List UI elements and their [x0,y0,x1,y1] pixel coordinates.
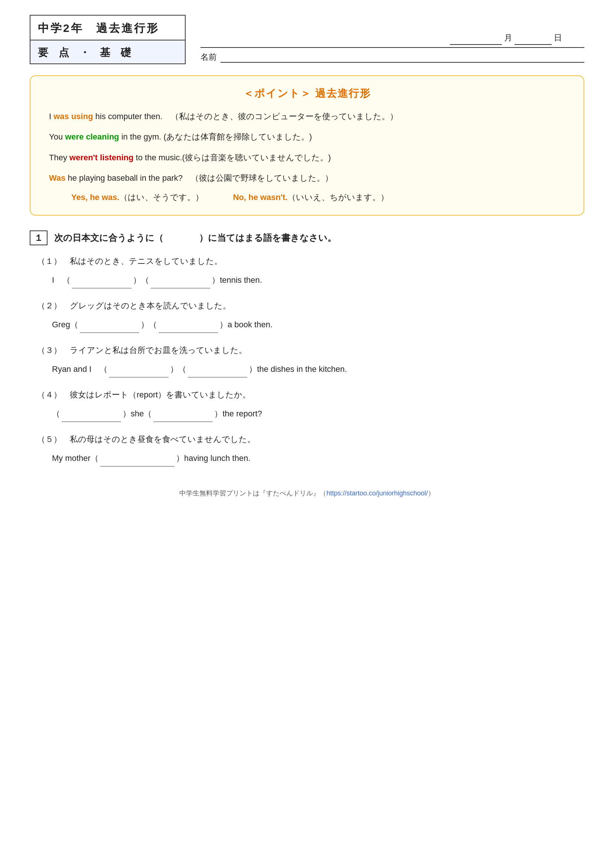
header-subtitle: 要 点 ・ 基 礎 [31,40,185,64]
ans2-paren: （いいえ、ちがいます。） [288,192,389,202]
q3-number: （３） [37,346,62,355]
ans2-text: No, he wasn't. [233,192,288,202]
exercise-instruction: 次の日本文に合うように（ ）に当てはまる語を書きなさい。 [54,232,336,244]
date-row: 月 日 [200,32,584,47]
month-label: 月 [504,32,512,45]
header-title: 中学2年 過去進行形 [31,16,185,40]
point-prefix: ＜ポイント＞ [243,88,312,99]
footer-text: 中学生無料学習プリントは『すたぺんドリル』（ [179,490,326,497]
answer-1: Yes, he was.（はい、そうです。） [71,192,203,203]
q2-english: Greg（）（）a book then. [30,316,584,333]
header: 中学2年 過去進行形 要 点 ・ 基 礎 月 日 名前 [30,15,584,64]
q1-number: （１） [37,256,62,266]
name-line [220,53,584,63]
question-block-5: （５） 私の母はそのとき昼食を食べていませんでした。 My mother（）ha… [30,434,584,467]
ex4-after: he playing baseball in the park? （彼は公園で野… [65,173,333,183]
q2-number: （２） [37,301,62,310]
ex3-after: to the music.(彼らは音楽を聴いていませんでした。) [133,153,331,162]
q5-number: （５） [37,434,62,444]
point-title: ＜ポイント＞ 過去進行形 [49,87,565,101]
example-2: You were cleaning in the gym. (あなたは体育館を掃… [49,130,565,144]
point-section-title: 過去進行形 [315,88,371,99]
day-line [515,34,552,45]
ex2-before: You [49,132,65,141]
q3-blank1[interactable] [109,368,169,377]
example-3: They weren't listening to the music.(彼らは… [49,151,565,164]
name-label: 名前 [200,51,217,63]
q3-english: Ryan and I （）（）the dishes in the kitchen… [30,361,584,377]
q4-english: （）she（）the report? [30,406,584,422]
header-right: 月 日 名前 [186,15,584,64]
ex3-highlight: weren't listening [70,153,133,162]
exercise-section: １ 次の日本文に合うように（ ）に当てはまる語を書きなさい。 （１） 私はそのと… [30,231,584,467]
q5-english: My mother（）having lunch then. [30,450,584,467]
ans1-paren: （はい、そうです。） [119,192,203,202]
answer-2: No, he wasn't.（いいえ、ちがいます。） [233,192,389,203]
q4-number: （４） [37,390,62,399]
q3-japanese: （３） ライアンと私は台所でお皿を洗っていました。 [30,345,584,356]
exercise-header: １ 次の日本文に合うように（ ）に当てはまる語を書きなさい。 [30,231,584,245]
ex1-highlight: was using [53,112,93,121]
q1-english: I （）（）tennis then. [30,272,584,288]
ex4-highlight: Was [49,173,65,183]
q1-blank2[interactable] [151,279,210,288]
ex2-highlight: were cleaning [65,132,119,141]
question-block-3: （３） ライアンと私は台所でお皿を洗っていました。 Ryan and I （）（… [30,345,584,377]
q2-japanese: （２） グレッグはそのとき本を読んでいました。 [30,300,584,312]
footer: 中学生無料学習プリントは『すたぺんドリル』（https://startoo.co… [30,489,584,498]
footer-text-end: ） [428,490,435,497]
point-box: ＜ポイント＞ 過去進行形 I was using his computer th… [30,75,584,215]
q4-japanese: （４） 彼女はレポート（report）を書いていましたか。 [30,389,584,400]
header-left-box: 中学2年 過去進行形 要 点 ・ 基 礎 [30,15,186,64]
ex1-after: his computer then. （私はそのとき、彼のコンピューターを使って… [93,112,398,121]
example-1: I was using his computer then. （私はそのとき、彼… [49,110,565,123]
month-line [450,34,502,45]
ex2-after: in the gym. (あなたは体育館を掃除していました。) [119,132,312,141]
example-4: Was he playing baseball in the park? （彼は… [49,171,565,185]
exercise-number: １ [30,231,48,245]
q1-blank1[interactable] [72,279,132,288]
question-block-2: （２） グレッグはそのとき本を読んでいました。 Greg（）（）a book t… [30,300,584,333]
answers-row: Yes, he was.（はい、そうです。） No, he wasn't.（いい… [49,192,565,203]
ans1-text: Yes, he was. [71,192,119,202]
question-block-1: （１） 私はそのとき、テニスをしていました。 I （）（）tennis then… [30,256,584,288]
q5-blank1[interactable] [100,457,174,467]
footer-link[interactable]: https://startoo.co/juniorhighschool/ [326,490,428,497]
q2-blank2[interactable] [158,323,218,333]
day-label: 日 [554,32,562,45]
q5-japanese: （５） 私の母はそのとき昼食を食べていませんでした。 [30,434,584,445]
name-row: 名前 [200,47,584,64]
q4-blank1[interactable] [62,412,121,422]
q2-blank1[interactable] [80,323,139,333]
q4-blank2[interactable] [154,412,213,422]
question-block-4: （４） 彼女はレポート（report）を書いていましたか。 （）she（）the… [30,389,584,422]
q3-blank2[interactable] [188,368,247,377]
q1-japanese: （１） 私はそのとき、テニスをしていました。 [30,256,584,267]
ex1-before: I [49,112,53,121]
ex3-before: They [49,153,70,162]
month-field: 月 日 [450,32,562,45]
